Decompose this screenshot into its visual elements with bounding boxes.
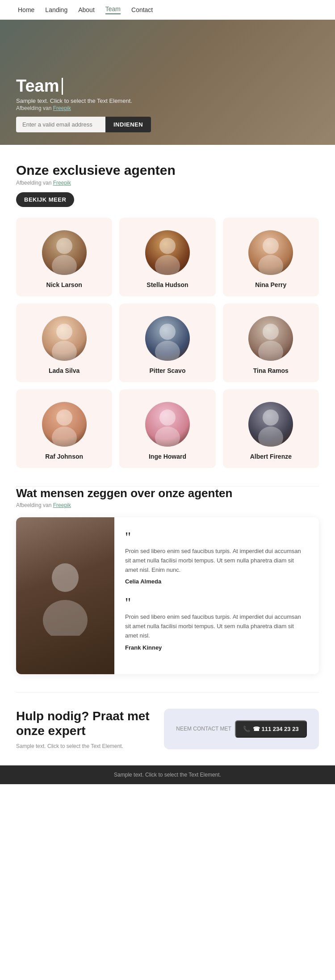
svg-point-14	[159, 410, 176, 426]
cursor-blink	[62, 78, 63, 95]
agent-avatar	[145, 230, 190, 275]
person-svg	[42, 402, 87, 447]
testimonial-text: Proin sed libero enim sed faucibus turpi…	[125, 547, 308, 574]
nav-item-contact[interactable]: Contact	[131, 6, 153, 13]
svg-point-15	[155, 427, 180, 447]
help-section: Hulp nodig? Praat met onze expert Sample…	[0, 693, 335, 765]
agent-name: Pitter Scavo	[150, 367, 186, 374]
testimonial-author: Celia Almeda	[125, 578, 308, 585]
agent-name: Lada Silva	[49, 367, 80, 374]
agents-credit: Afbeelding van Freepik	[16, 180, 319, 186]
help-left: Hulp nodig? Praat met onze expert Sample…	[16, 709, 153, 749]
person-svg	[42, 230, 87, 275]
svg-point-18	[52, 563, 79, 592]
testimonials-photo	[16, 517, 114, 674]
testimonial-item: " Proin sed libero enim sed faucibus tur…	[125, 530, 308, 585]
agent-avatar	[248, 402, 293, 447]
testimonials-section: Wat mensen zeggen over onze agenten Afbe…	[0, 486, 335, 692]
footer: Sample text. Click to select the Text El…	[0, 765, 335, 784]
person-svg	[248, 230, 293, 275]
phone-icon: 📞	[243, 726, 250, 732]
agent-grid: Nick Larson Stella Hudson Nina Perry Lad…	[16, 218, 319, 468]
agent-name: Albert Firenze	[250, 453, 292, 460]
testimonials-layout: " Proin sed libero enim sed faucibus tur…	[16, 517, 319, 674]
bekijk-meer-button[interactable]: BEKIJK MEER	[16, 192, 74, 207]
testimonials-title: Wat mensen zeggen over onze agenten	[16, 486, 319, 500]
nav-item-about[interactable]: About	[78, 6, 95, 13]
submit-button[interactable]: INDIENEN	[105, 117, 151, 132]
svg-point-11	[258, 341, 283, 361]
svg-point-6	[56, 324, 72, 340]
agent-name: Tina Ramos	[253, 367, 289, 374]
agents-freepik-link[interactable]: Freepik	[53, 180, 71, 186]
svg-point-0	[56, 238, 72, 254]
svg-point-7	[52, 341, 77, 361]
nav-item-landing[interactable]: Landing	[45, 6, 67, 13]
testimonial-text: Proin sed libero enim sed faucibus turpi…	[125, 612, 308, 640]
agent-name: Nina Perry	[255, 281, 286, 288]
contact-label: NEEM CONTACT MET	[176, 726, 231, 732]
agent-card: Albert Firenze	[223, 389, 319, 468]
agent-avatar	[42, 230, 87, 275]
person-svg	[42, 316, 87, 361]
hero-section: Team Sample text. Click to select the Te…	[0, 20, 335, 145]
svg-point-3	[155, 255, 180, 275]
agent-card: Nina Perry	[223, 218, 319, 296]
agent-card: Stella Hudson	[119, 218, 215, 296]
testimonials-content: " Proin sed libero enim sed faucibus tur…	[114, 517, 319, 674]
phone-button[interactable]: 📞 ☎ 111 234 23 23	[235, 720, 307, 738]
agent-card: Nick Larson	[16, 218, 112, 296]
agents-section: Onze exclusieve agenten Afbeelding van F…	[0, 145, 335, 486]
person-svg	[145, 230, 190, 275]
contact-group: NEEM CONTACT MET 📞 ☎ 111 234 23 23	[176, 720, 306, 738]
svg-point-13	[52, 427, 77, 447]
agent-card: Raf Johnson	[16, 389, 112, 468]
svg-point-5	[258, 255, 283, 275]
help-subtitle: Sample text. Click to select the Text El…	[16, 743, 153, 749]
hero-title: Team	[16, 76, 319, 96]
agent-card: Lada Silva	[16, 304, 112, 382]
agent-avatar	[248, 316, 293, 361]
agent-avatar	[248, 230, 293, 275]
svg-point-16	[263, 410, 279, 426]
svg-point-9	[155, 341, 180, 361]
svg-point-8	[159, 324, 176, 340]
agent-card: Tina Ramos	[223, 304, 319, 382]
svg-point-12	[56, 410, 72, 426]
person-svg	[145, 402, 190, 447]
testimonials-freepik-link[interactable]: Freepik	[53, 502, 71, 508]
footer-text: Sample text. Click to select the Text El…	[114, 772, 221, 778]
email-input[interactable]	[16, 117, 105, 132]
testimonials-photo-bg	[16, 517, 114, 674]
person-svg	[145, 316, 190, 361]
svg-point-4	[263, 238, 279, 254]
hero-content: Team Sample text. Click to select the Te…	[0, 64, 335, 145]
agent-name: Nick Larson	[46, 281, 82, 288]
testimonial-author: Frank Kinney	[125, 644, 308, 651]
agent-avatar	[42, 402, 87, 447]
nav-item-home[interactable]: Home	[18, 6, 34, 13]
freepik-link[interactable]: Freepik	[53, 105, 71, 111]
quote-mark: "	[125, 530, 308, 544]
hero-subtitle: Sample text. Click to select the Text El…	[16, 97, 319, 104]
quote-mark: "	[125, 596, 308, 610]
hero-credit: Afbeelding van Freepik	[16, 105, 319, 111]
testimonial-item: " Proin sed libero enim sed faucibus tur…	[125, 596, 308, 651]
agent-name: Raf Johnson	[45, 453, 83, 460]
help-right: NEEM CONTACT MET 📞 ☎ 111 234 23 23	[164, 709, 319, 749]
agent-name: Inge Howard	[149, 453, 186, 460]
help-title: Hulp nodig? Praat met onze expert	[16, 709, 153, 739]
svg-point-1	[52, 255, 77, 275]
svg-point-17	[258, 427, 283, 447]
agent-avatar	[145, 316, 190, 361]
phone-number: ☎ 111 234 23 23	[253, 726, 299, 732]
person-svg	[248, 316, 293, 361]
person-silhouette	[38, 555, 92, 636]
navbar: HomeLandingAboutTeamContact	[0, 0, 335, 20]
agent-card: Pitter Scavo	[119, 304, 215, 382]
nav-item-team[interactable]: Team	[105, 5, 121, 14]
hero-form: INDIENEN	[16, 117, 319, 132]
svg-point-19	[43, 600, 88, 636]
agent-avatar	[42, 316, 87, 361]
agent-avatar	[145, 402, 190, 447]
